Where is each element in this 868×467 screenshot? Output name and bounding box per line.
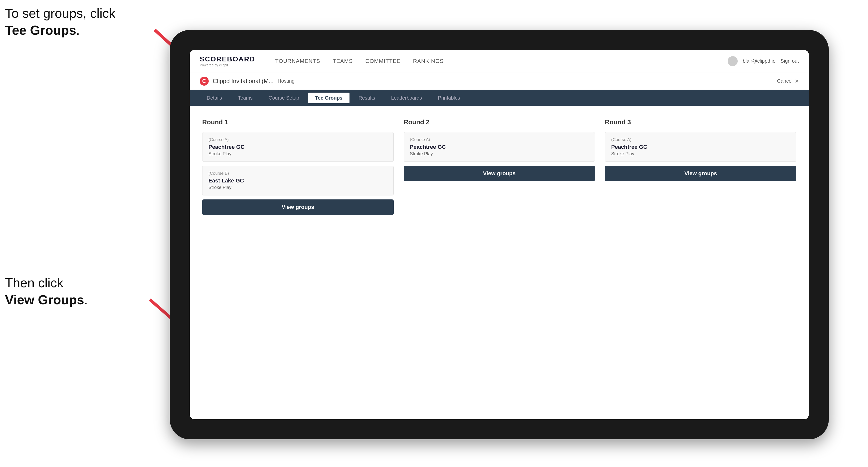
instruction-bottom-punct: . [84, 292, 88, 307]
tab-bar: Details Teams Course Setup Tee Groups Re… [190, 90, 809, 106]
instruction-bottom-line2: View Groups [5, 292, 84, 307]
round-3-title: Round 3 [605, 118, 796, 126]
instruction-top-line2: Tee Groups [5, 23, 76, 37]
nav-rankings[interactable]: RANKINGS [413, 58, 444, 64]
nav-teams[interactable]: TEAMS [333, 58, 353, 64]
tab-results[interactable]: Results [351, 93, 382, 103]
round-2-course-a-name: Peachtree GC [410, 144, 589, 150]
round-3-course-a-name: Peachtree GC [611, 144, 790, 150]
round-3-course-a-format: Stroke Play [611, 151, 790, 156]
round-2-title: Round 2 [404, 118, 595, 126]
nav-right: blair@clippd.io Sign out [728, 56, 799, 66]
instruction-top-punct: . [76, 23, 80, 37]
instruction-bottom: Then click View Groups. [5, 275, 88, 308]
tab-leaderboards[interactable]: Leaderboards [384, 93, 429, 103]
tournament-status: Hosting [278, 78, 294, 84]
round-1-course-a-name: Peachtree GC [209, 144, 388, 150]
logo-sub: Powered by clippit [200, 63, 228, 67]
logo-text: SCOREBOARD [200, 55, 255, 63]
tab-printables[interactable]: Printables [431, 93, 467, 103]
round-2-course-a-format: Stroke Play [410, 151, 589, 156]
nav-tournaments[interactable]: TOURNAMENTS [275, 58, 320, 64]
round-2-column: Round 2 (Course A) Peachtree GC Stroke P… [404, 118, 595, 215]
user-avatar [728, 56, 738, 66]
round-1-course-b-card: (Course B) East Lake GC Stroke Play [202, 166, 394, 195]
tournament-name: Clippd Invitational (M... [213, 77, 274, 85]
round-1-title: Round 1 [202, 118, 394, 126]
main-content: Round 1 (Course A) Peachtree GC Stroke P… [190, 106, 809, 419]
nav-links: TOURNAMENTS TEAMS COMMITTEE RANKINGS [275, 58, 713, 64]
top-nav: SCOREBOARD Powered by clippit TOURNAMENT… [190, 50, 809, 72]
sign-out-link[interactable]: Sign out [781, 58, 799, 64]
round-1-course-b-label: (Course B) [209, 171, 388, 176]
round-1-course-a-format: Stroke Play [209, 151, 388, 156]
instruction-top: To set groups, click Tee Groups. [5, 5, 115, 39]
tab-tee-groups[interactable]: Tee Groups [308, 93, 349, 103]
tournament-bar: C Clippd Invitational (M... Hosting Canc… [190, 72, 809, 90]
round-3-view-groups-button[interactable]: View groups [605, 166, 796, 181]
round-1-course-a-card: (Course A) Peachtree GC Stroke Play [202, 132, 394, 162]
instruction-bottom-line1: Then click [5, 276, 63, 290]
round-2-course-a-label: (Course A) [410, 137, 589, 142]
tablet-screen: SCOREBOARD Powered by clippit TOURNAMENT… [190, 50, 809, 419]
round-2-course-a-card: (Course A) Peachtree GC Stroke Play [404, 132, 595, 162]
round-3-column: Round 3 (Course A) Peachtree GC Stroke P… [605, 118, 796, 215]
rounds-container: Round 1 (Course A) Peachtree GC Stroke P… [202, 118, 796, 215]
tablet-frame: SCOREBOARD Powered by clippit TOURNAMENT… [170, 30, 829, 439]
tab-course-setup[interactable]: Course Setup [261, 93, 306, 103]
round-1-column: Round 1 (Course A) Peachtree GC Stroke P… [202, 118, 394, 215]
cancel-icon: ✕ [795, 78, 799, 84]
round-1-view-groups-button[interactable]: View groups [202, 199, 394, 215]
user-email: blair@clippd.io [743, 58, 775, 64]
tab-details[interactable]: Details [200, 93, 229, 103]
tab-teams[interactable]: Teams [231, 93, 260, 103]
round-1-course-b-name: East Lake GC [209, 178, 388, 184]
cancel-button[interactable]: Cancel ✕ [777, 78, 799, 84]
tournament-title: C Clippd Invitational (M... Hosting [200, 76, 294, 86]
instruction-top-line1: To set groups, click [5, 6, 115, 21]
logo-area: SCOREBOARD Powered by clippit [200, 55, 255, 67]
round-3-course-a-label: (Course A) [611, 137, 790, 142]
round-1-course-b-format: Stroke Play [209, 185, 388, 190]
round-2-view-groups-button[interactable]: View groups [404, 166, 595, 181]
round-3-course-a-card: (Course A) Peachtree GC Stroke Play [605, 132, 796, 162]
nav-committee[interactable]: COMMITTEE [366, 58, 401, 64]
tournament-c-icon: C [200, 76, 209, 86]
round-1-course-a-label: (Course A) [209, 137, 388, 142]
